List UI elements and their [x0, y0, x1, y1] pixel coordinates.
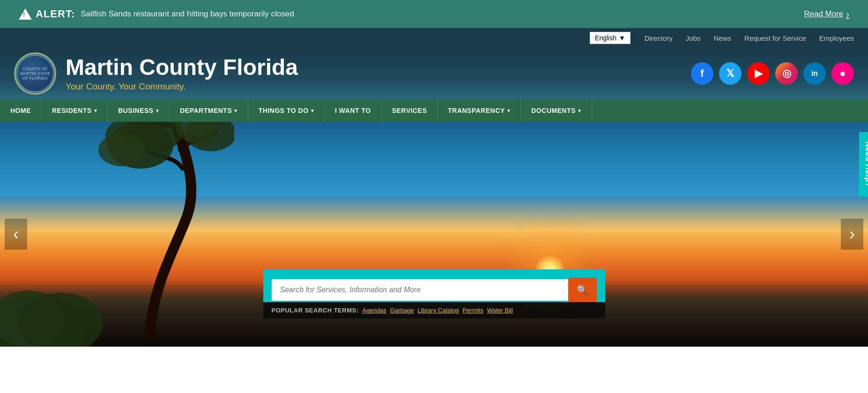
popular-terms: POPULAR SEARCH TERMS: Agendas Garbage Li… [263, 302, 605, 319]
county-seal: COUNTY OF MARTIN STATE OF FLORIDA [14, 52, 56, 95]
popular-link-waterbill[interactable]: Water Bill [487, 307, 513, 314]
alert-icon-wrap: ALERT: [19, 8, 75, 20]
alert-bar: ALERT: Sailfish Sands restaurant and hit… [0, 0, 868, 28]
site-title-area: Martin County Florida Your County. Your … [66, 55, 298, 92]
nav-item-home[interactable]: HOME [0, 99, 42, 122]
language-label: English [595, 34, 616, 42]
nav-home-label: HOME [10, 107, 31, 114]
flickr-icon[interactable]: ● [831, 62, 854, 85]
carousel-prev-button[interactable]: ‹ [5, 219, 27, 250]
alert-readmore-text: Read More [804, 9, 843, 19]
twitter-icon[interactable]: 𝕏 [719, 62, 742, 85]
linkedin-icon[interactable]: in [803, 62, 826, 85]
nav-residents-arrow: ▾ [94, 108, 97, 114]
facebook-icon[interactable]: f [691, 62, 713, 85]
search-button[interactable]: 🔍 [568, 278, 597, 302]
nav-item-transparency[interactable]: TRANSPARENCY ▾ [438, 99, 521, 122]
social-icons: f 𝕏 ▶ ◎ in ● [691, 62, 854, 85]
nav-item-i-want-to[interactable]: I WANT TO [325, 99, 382, 122]
nav-item-residents[interactable]: RESIDENTS ▾ [42, 99, 108, 122]
nav-things-label: THINGS TO DO [259, 107, 309, 114]
site-tagline: Your County. Your Community. [66, 82, 298, 92]
alert-left: ALERT: Sailfish Sands restaurant and hit… [19, 8, 294, 20]
nav-documents-label: DOCUMENTS [531, 107, 576, 114]
utility-links: Directory Jobs News Request for Service … [645, 34, 854, 42]
nav-item-things-to-do[interactable]: THINGS TO DO ▾ [248, 99, 325, 122]
nav-departments-label: DEPARTMENTS [180, 107, 232, 114]
search-box: 🔍 [263, 269, 605, 302]
search-row: 🔍 [272, 278, 597, 302]
nav-transparency-label: TRANSPARENCY [448, 107, 505, 114]
seal-text: COUNTY OF MARTIN STATE OF FLORIDA [17, 67, 53, 81]
nav-residents-label: RESIDENTS [52, 107, 92, 114]
nav-item-documents[interactable]: DOCUMENTS ▾ [521, 99, 592, 122]
utility-link-news[interactable]: News [714, 34, 732, 42]
alert-label: ALERT: [36, 8, 75, 20]
popular-link-garbage[interactable]: Garbage [390, 307, 414, 314]
utility-link-jobs[interactable]: Jobs [686, 34, 701, 42]
nav-item-business[interactable]: BUSINESS ▾ [108, 99, 170, 122]
hero-carousel: ‹ › 🔍 POPULAR SEARCH TERMS: Agendas Garb… [0, 122, 868, 347]
need-help-label: Need Help? [864, 141, 868, 187]
alert-readmore-button[interactable]: Read More › [804, 9, 849, 20]
nav-transparency-arrow: ▾ [507, 108, 511, 114]
carousel-next-button[interactable]: › [841, 219, 863, 250]
utility-bar: English ▼ Directory Jobs News Request fo… [0, 28, 868, 48]
popular-link-permits[interactable]: Permits [463, 307, 483, 314]
main-nav: HOME RESIDENTS ▾ BUSINESS ▾ DEPARTMENTS … [0, 99, 868, 122]
site-header: COUNTY OF MARTIN STATE OF FLORIDA Martin… [0, 48, 868, 99]
nav-documents-arrow: ▾ [578, 108, 581, 114]
nav-services-label: SERVICES [392, 107, 427, 114]
alert-triangle-icon [19, 8, 32, 20]
language-arrow-icon: ▼ [619, 34, 625, 42]
popular-link-library[interactable]: Library Catalog [417, 307, 459, 314]
need-help-button[interactable]: Need Help? [859, 132, 868, 196]
search-input[interactable] [272, 279, 568, 301]
carousel-next-icon: › [849, 224, 855, 244]
nav-business-label: BUSINESS [118, 107, 154, 114]
nav-things-arrow: ▾ [311, 108, 314, 114]
search-container: 🔍 POPULAR SEARCH TERMS: Agendas Garbage … [263, 269, 605, 319]
instagram-icon[interactable]: ◎ [775, 62, 798, 85]
seal-inner: COUNTY OF MARTIN STATE OF FLORIDA [16, 55, 54, 92]
nav-departments-arrow: ▾ [234, 108, 237, 114]
carousel-prev-icon: ‹ [13, 224, 19, 244]
nav-item-departments[interactable]: DEPARTMENTS ▾ [170, 99, 248, 122]
alert-message: Sailfish Sands restaurant and hitting ba… [81, 9, 294, 19]
utility-link-request[interactable]: Request for Service [744, 34, 806, 42]
utility-link-employees[interactable]: Employees [819, 34, 854, 42]
popular-label: POPULAR SEARCH TERMS: [272, 307, 359, 314]
nav-business-arrow: ▾ [156, 108, 159, 114]
site-title: Martin County Florida [66, 55, 298, 80]
nav-iwantto-label: I WANT TO [335, 107, 371, 114]
nav-item-services[interactable]: SERVICES [382, 99, 438, 122]
logo-area: COUNTY OF MARTIN STATE OF FLORIDA Martin… [14, 52, 298, 95]
popular-link-agendas[interactable]: Agendas [363, 307, 386, 314]
language-selector[interactable]: English ▼ [590, 32, 631, 44]
youtube-icon[interactable]: ▶ [747, 62, 770, 85]
utility-link-directory[interactable]: Directory [645, 34, 673, 42]
chevron-right-icon: › [846, 9, 849, 20]
search-icon: 🔍 [577, 285, 588, 295]
